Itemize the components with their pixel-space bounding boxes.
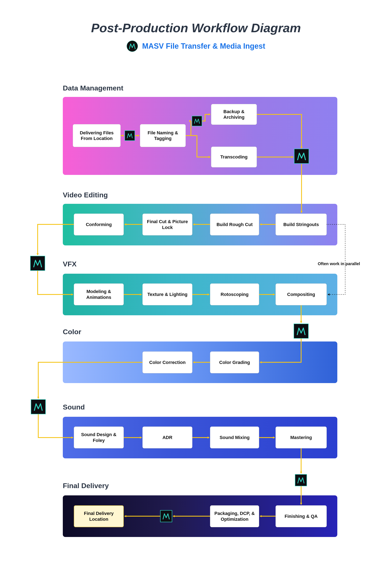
- node-finishing-qa: Finishing & QA: [276, 505, 327, 527]
- node-mastering: Mastering: [276, 427, 327, 448]
- node-adr: ADR: [142, 427, 192, 448]
- subtitle-row: MASV File Transfer & Media Ingest: [0, 41, 392, 52]
- masv-logo-icon: [127, 41, 138, 52]
- node-deliver-files: Delivering Files From Location: [73, 124, 121, 147]
- masv-icon: [192, 116, 202, 126]
- section-label-data-management: Data Management: [63, 84, 123, 92]
- masv-icon: [294, 324, 308, 339]
- masv-icon: [295, 474, 307, 486]
- section-label-color: Color: [63, 328, 81, 336]
- masv-icon: [30, 256, 45, 271]
- section-label-video-editing: Video Editing: [63, 191, 108, 199]
- node-texture: Texture & Lighting: [142, 283, 192, 305]
- stage-color: [63, 342, 337, 383]
- node-build-stringouts: Build Stringouts: [276, 214, 327, 236]
- node-backup: Backup & Archiving: [211, 104, 257, 125]
- node-sound-mixing: Sound Mixing: [210, 427, 259, 448]
- node-build-roughcut: Build Rough Cut: [210, 214, 259, 236]
- node-file-naming: File Naming & Tagging: [140, 124, 186, 147]
- masv-icon: [31, 399, 46, 414]
- node-packaging: Packaging, DCP, & Optimization: [210, 505, 259, 527]
- section-label-final-delivery: Final Delivery: [63, 482, 109, 490]
- node-final-delivery-location: Final Delivery Location: [74, 505, 124, 527]
- page-title: Post-Production Workflow Diagram: [0, 21, 392, 35]
- node-sound-design: Sound Design & Foley: [74, 427, 124, 448]
- page-subtitle: MASV File Transfer & Media Ingest: [142, 42, 265, 51]
- node-rotoscoping: Rotoscoping: [210, 283, 259, 305]
- section-label-sound: Sound: [63, 403, 85, 411]
- masv-icon: [160, 510, 172, 522]
- node-modeling: Modeling & Animations: [74, 283, 124, 305]
- node-color-correction: Color Correction: [142, 351, 192, 373]
- section-label-vfx: VFX: [63, 260, 77, 268]
- masv-icon: [125, 130, 135, 141]
- node-final-cut: Final Cut & Picture Lock: [142, 214, 192, 236]
- masv-icon: [294, 149, 309, 164]
- node-color-grading: Color Grading: [210, 351, 259, 373]
- node-conforming: Conforming: [74, 214, 124, 236]
- node-compositing: Compositing: [276, 283, 327, 305]
- node-transcoding: Transcoding: [211, 147, 257, 167]
- annotation-parallel: Often work in parallel: [318, 261, 360, 266]
